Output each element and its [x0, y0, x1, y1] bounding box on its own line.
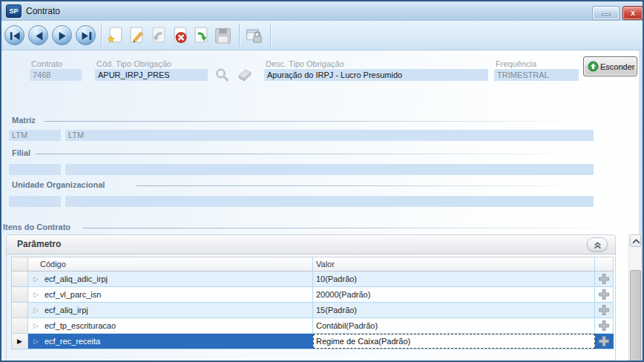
row-expand-icon[interactable]: ▷	[33, 318, 39, 333]
row-code-cell[interactable]: ▷ecf_vl_parc_isn	[28, 287, 313, 302]
new-document-icon	[105, 26, 125, 46]
codigo-column-header[interactable]: Código	[28, 257, 313, 271]
row-expand-icon[interactable]: ▷	[33, 272, 39, 286]
vertical-scrollbar[interactable]	[628, 234, 641, 361]
row-value-cell[interactable]: 20000(Padrão)	[313, 287, 595, 302]
matriz-name-field[interactable]: LTM	[65, 130, 594, 141]
row-expand-icon[interactable]: ▷	[33, 287, 39, 302]
row-selector[interactable]	[12, 287, 28, 302]
row-value-cell[interactable]: Contábil(Padrão)	[313, 318, 595, 333]
first-record-button[interactable]	[4, 25, 24, 45]
toolbar-separator	[270, 24, 271, 47]
desc-tipo-obrigacao-field[interactable]: Apuração do IRPJ - Lucro Presumido	[264, 69, 488, 81]
close-button[interactable]: x	[622, 6, 643, 20]
undo-button[interactable]	[148, 26, 168, 46]
row-selector[interactable]	[12, 318, 28, 333]
last-record-button[interactable]	[76, 25, 96, 45]
form-content: Contrato 7468 Cód. Tipo Obrigação APUR_I…	[1, 50, 643, 361]
filial-section-label: Filial	[12, 148, 30, 157]
confirm-button[interactable]	[191, 26, 211, 46]
first-record-icon	[6, 27, 24, 45]
filial-code-field[interactable]	[9, 164, 61, 175]
add-row-button[interactable]	[595, 287, 613, 302]
matriz-section-label: Matriz	[12, 116, 36, 125]
row-code-text: ecf_aliq_adic_irpj	[45, 274, 108, 283]
table-row[interactable]: ▷ecf_aliq_irpj 15(Padrão)	[11, 303, 614, 318]
row-value-text: 10(Padrão)	[316, 274, 357, 283]
add-row-button[interactable]	[595, 303, 613, 317]
scroll-up-button[interactable]	[630, 234, 641, 247]
lock-button[interactable]	[244, 26, 264, 46]
table-row[interactable]: ▷ecf_tp_escrituracao Contábil(Padrão)	[11, 318, 614, 334]
desc-tipo-obrigacao-label: Desc. Tipo Obrigação	[266, 59, 344, 68]
row-value-cell-editing[interactable]: Regime de Caixa(Padrão)	[313, 334, 595, 349]
minimize-icon	[602, 13, 611, 16]
last-record-icon	[77, 27, 96, 45]
edit-button[interactable]	[127, 26, 147, 46]
add-row-button[interactable]	[595, 272, 613, 286]
valor-column-header[interactable]: Valor	[313, 257, 595, 271]
esconder-button-label: Esconder	[600, 62, 634, 71]
contrato-label: Contrato	[31, 59, 62, 68]
parametro-panel: Parâmetro Código Valor ▷ecf_aliq_adic_ir…	[6, 234, 616, 362]
next-record-icon	[53, 27, 72, 45]
save-button[interactable]	[213, 26, 233, 46]
next-record-button[interactable]	[52, 25, 72, 45]
unidade-organizacional-code-field[interactable]	[9, 196, 61, 207]
chevron-up-icon	[632, 239, 640, 244]
row-code-text: ecf_tp_escrituracao	[45, 321, 116, 330]
eraser-icon	[233, 65, 252, 85]
filial-name-field[interactable]	[65, 164, 594, 175]
plus-icon	[598, 273, 610, 285]
esconder-button[interactable]: Esconder	[583, 56, 637, 76]
table-row[interactable]: ▷ecf_aliq_adic_irpj 10(Padrão)	[11, 272, 614, 287]
plus-icon	[598, 304, 610, 316]
row-selector[interactable]	[12, 303, 28, 317]
row-value-text: 15(Padrão)	[316, 306, 357, 315]
minimize-button[interactable]	[592, 6, 620, 20]
table-row-selected[interactable]: ▶ ▷ecf_rec_receita Regime de Caixa(Padrã…	[11, 334, 614, 349]
cod-tipo-obrigacao-field[interactable]: APUR_IRPJ_PRES	[95, 69, 208, 81]
cancel-button[interactable]	[170, 26, 190, 46]
table-row[interactable]: ▷ecf_vl_parc_isn 20000(Padrão)	[11, 287, 614, 303]
row-code-cell[interactable]: ▷ecf_tp_escrituracao	[28, 318, 313, 333]
new-button[interactable]	[105, 26, 125, 46]
add-row-button[interactable]	[595, 334, 613, 349]
row-code-cell[interactable]: ▷ecf_aliq_adic_irpj	[28, 272, 313, 286]
parametro-panel-header[interactable]: Parâmetro	[7, 235, 615, 254]
search-magnifier-icon	[214, 67, 230, 83]
row-selector-current[interactable]: ▶	[12, 334, 28, 349]
row-value-cell[interactable]: 10(Padrão)	[313, 272, 595, 286]
previous-record-button[interactable]	[28, 25, 48, 45]
undo-arrow-icon	[148, 26, 168, 46]
row-code-text: ecf_rec_receita	[45, 337, 100, 346]
itens-do-contrato-label: Itens do Contrato	[3, 223, 70, 231]
add-row-button[interactable]	[595, 318, 613, 333]
close-icon: x	[631, 8, 635, 17]
itens-do-contrato-line	[83, 228, 616, 228]
contrato-field[interactable]: 7468	[30, 69, 82, 81]
add-column-header	[595, 257, 613, 271]
scrollbar-thumb[interactable]	[630, 270, 641, 362]
row-code-cell[interactable]: ▷ecf_aliq_irpj	[28, 303, 313, 317]
frequencia-field[interactable]: TRIMESTRAL	[494, 69, 579, 81]
search-button[interactable]	[214, 67, 230, 83]
clear-button[interactable]	[233, 65, 252, 85]
row-code-cell[interactable]: ▷ecf_rec_receita	[28, 334, 313, 349]
row-selector[interactable]	[12, 272, 28, 286]
row-value-cell[interactable]: 15(Padrão)	[313, 303, 595, 317]
previous-record-icon	[30, 27, 48, 45]
title-bar[interactable]: SP Contrato x	[1, 1, 643, 21]
unidade-organizacional-section-label: Unidade Organizacional	[12, 180, 105, 189]
toolbar	[1, 21, 643, 50]
app-logo-icon: SP	[6, 4, 22, 18]
matriz-code-field[interactable]: LTM	[9, 130, 61, 141]
row-expand-icon[interactable]: ▷	[33, 303, 39, 317]
row-code-text: ecf_aliq_irpj	[45, 306, 88, 315]
row-expand-icon[interactable]: ▷	[33, 334, 39, 349]
parametro-panel-title: Parâmetro	[17, 239, 61, 249]
lock-icon	[244, 26, 264, 46]
frequencia-label: Frequência	[496, 59, 536, 68]
collapse-panel-button[interactable]	[587, 237, 608, 251]
unidade-organizacional-name-field[interactable]	[65, 196, 594, 207]
